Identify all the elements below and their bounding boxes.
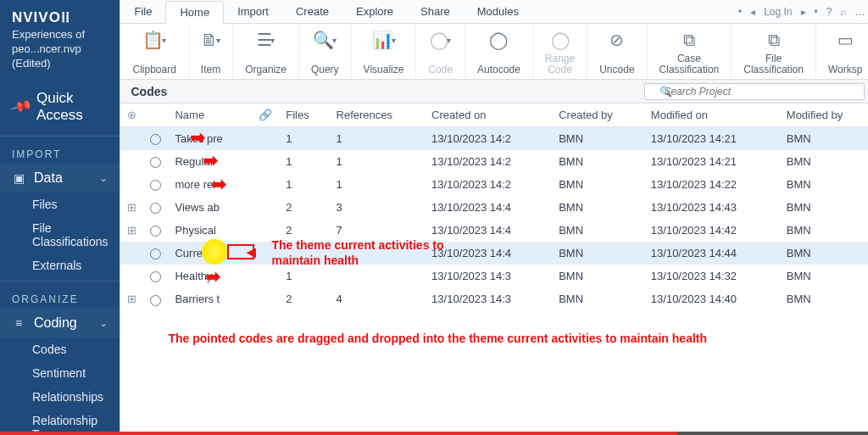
menu-tab-home[interactable]: Home bbox=[165, 1, 224, 24]
section-organize: ORGANIZE bbox=[0, 285, 120, 309]
red-arrow-icon: ➡ bbox=[212, 174, 226, 194]
ribbon-label: Item bbox=[201, 64, 220, 75]
sidebar-item-files[interactable]: Files bbox=[0, 192, 120, 216]
col-header[interactable]: Name bbox=[168, 103, 252, 127]
sidebar-data-label: Data bbox=[34, 170, 63, 186]
cell: 13/10/2023 14:3 bbox=[425, 265, 552, 287]
cell bbox=[143, 265, 168, 287]
cell: 1 bbox=[330, 127, 426, 151]
sidebar-node-coding[interactable]: ≡Coding ⌄ bbox=[0, 309, 120, 337]
sidebar-item-externals[interactable]: Externals bbox=[0, 254, 120, 277]
search-input[interactable] bbox=[644, 83, 865, 100]
ribbon-visualize[interactable]: 📊▾Visualize bbox=[352, 24, 417, 79]
table-row[interactable]: Regular1113/10/2023 14:2BMN13/10/2023 14… bbox=[120, 150, 868, 173]
cell bbox=[143, 242, 168, 265]
ribbon-worksp[interactable]: ▭Worksp bbox=[816, 24, 868, 79]
ribbon-label: Case Classification bbox=[659, 53, 720, 75]
cell bbox=[120, 150, 143, 173]
menubar-dot-icon: • bbox=[738, 6, 742, 18]
table-row[interactable]: Healthy113/10/2023 14:3BMN13/10/2023 14:… bbox=[120, 265, 868, 287]
ribbon: 📋▾Clipboard🗎▾Item☰▾Organize🔍▾Query📊▾Visu… bbox=[120, 24, 868, 80]
ribbon-icon: ◯ bbox=[489, 29, 508, 51]
collapse-icon[interactable]: ⌕ bbox=[840, 6, 846, 18]
video-progress[interactable] bbox=[0, 432, 868, 435]
menu-tab-import[interactable]: Import bbox=[224, 1, 282, 23]
ribbon-item[interactable]: 🗎▾Item bbox=[189, 24, 233, 79]
ribbon-case[interactable]: ⧉Case Classification bbox=[648, 24, 732, 79]
table-row[interactable]: ⊞Barriers t2413/10/2023 14:3BMN13/10/202… bbox=[120, 287, 868, 310]
col-header[interactable]: Created on bbox=[425, 103, 552, 127]
cell: 13/10/2023 14:4 bbox=[425, 196, 552, 219]
cell: 1 bbox=[330, 150, 426, 173]
cell: 4 bbox=[330, 287, 426, 310]
col-header[interactable]: Modified by bbox=[780, 103, 868, 127]
annotation-box: ◀ bbox=[227, 244, 254, 259]
cell: 1 bbox=[279, 173, 329, 196]
project-line1: Experiences of peo...ncer.nvp bbox=[12, 28, 85, 55]
cell: 2 bbox=[279, 287, 329, 310]
ribbon-label: Code bbox=[428, 64, 453, 75]
ribbon-organize[interactable]: ☰▾Organize bbox=[233, 24, 299, 79]
menu-tab-file[interactable]: File bbox=[120, 1, 165, 23]
col-header[interactable] bbox=[143, 103, 168, 127]
table-row[interactable]: more rel1113/10/2023 14:2BMN13/10/2023 1… bbox=[120, 173, 868, 196]
table-row[interactable]: ⊞Physical2713/10/2023 14:4BMN13/10/2023 … bbox=[120, 219, 868, 242]
sidebar-item-file-classifications[interactable]: File Classifications bbox=[0, 216, 120, 254]
cell bbox=[252, 196, 279, 219]
cell bbox=[330, 265, 426, 287]
annotation-text-2: The pointed codes are dragged and droppe… bbox=[168, 331, 761, 346]
codes-grid[interactable]: ⊕Name🔗FilesReferencesCreated onCreated b… bbox=[120, 103, 868, 435]
login-link[interactable]: Log In bbox=[764, 6, 792, 18]
sidebar-item-relationships[interactable]: Relationships bbox=[0, 385, 120, 409]
cell bbox=[120, 173, 143, 196]
col-header[interactable]: Modified on bbox=[644, 103, 780, 127]
ribbon-label: Query bbox=[311, 64, 339, 75]
cell: BMN bbox=[780, 196, 868, 219]
cell bbox=[143, 219, 168, 242]
project-name: Experiences of peo...ncer.nvp (Edited) bbox=[0, 28, 120, 81]
sidebar-node-data[interactable]: ▣Data ⌄ bbox=[0, 164, 120, 192]
annotation-line2: maintain health bbox=[271, 254, 359, 267]
col-header[interactable]: ⊕ bbox=[120, 103, 143, 127]
red-arrow-icon: ➡ bbox=[191, 127, 205, 148]
table-row[interactable]: ⊞Views ab2313/10/2023 14:4BMN13/10/2023 … bbox=[120, 196, 868, 219]
sidebar-coding-label: Coding bbox=[34, 315, 77, 331]
col-header[interactable]: References bbox=[330, 103, 426, 127]
quick-access[interactable]: 📌 Quick Access bbox=[0, 81, 120, 132]
ribbon-file[interactable]: ⧉File Classification bbox=[732, 24, 816, 79]
cell bbox=[252, 127, 279, 151]
cell: ⊞ bbox=[120, 196, 143, 219]
cell: BMN bbox=[552, 150, 644, 173]
menu-tab-share[interactable]: Share bbox=[407, 1, 464, 23]
menubar-next-icon[interactable]: ▸ bbox=[801, 6, 806, 18]
ribbon-query[interactable]: 🔍▾Query bbox=[299, 24, 352, 79]
help-icon[interactable]: ? bbox=[826, 6, 832, 18]
more-icon[interactable]: … bbox=[854, 6, 865, 18]
progress-fill bbox=[0, 432, 677, 435]
col-header[interactable]: Files bbox=[279, 103, 329, 127]
ribbon-autocode[interactable]: ◯Autocode bbox=[465, 24, 533, 79]
cell bbox=[120, 127, 143, 151]
cell: 1 bbox=[279, 265, 329, 287]
menu-tab-explore[interactable]: Explore bbox=[342, 1, 407, 23]
cell: BMN bbox=[552, 127, 644, 151]
ribbon-icon: ▭ bbox=[837, 29, 854, 51]
col-header[interactable]: 🔗 bbox=[252, 103, 279, 127]
col-header[interactable]: Created by bbox=[552, 103, 644, 127]
cell: 13/10/2023 14:3 bbox=[425, 287, 552, 310]
sidebar-item-codes[interactable]: Codes bbox=[0, 337, 120, 361]
cell bbox=[143, 127, 168, 151]
menu-tab-create[interactable]: Create bbox=[282, 1, 342, 23]
ribbon-clipboard[interactable]: 📋▾Clipboard bbox=[120, 24, 188, 79]
ribbon-label: Autocode bbox=[477, 64, 520, 75]
ribbon-code: ◯▾Code bbox=[416, 24, 465, 79]
ribbon-uncode[interactable]: ⊘Uncode bbox=[587, 24, 647, 79]
sidebar-item-sentiment[interactable]: Sentiment bbox=[0, 361, 120, 385]
menu-tab-modules[interactable]: Modules bbox=[464, 1, 532, 23]
menubar-right: • ◂ Log In ▸ • ? ⌕ … bbox=[738, 6, 868, 18]
ribbon-label: Visualize bbox=[364, 64, 404, 75]
cell: 2 bbox=[279, 196, 329, 219]
table-row[interactable]: Takes pre1113/10/2023 14:2BMN13/10/2023 … bbox=[120, 127, 868, 151]
cell: 13/10/2023 14:43 bbox=[644, 196, 780, 219]
menubar-prev-icon[interactable]: ◂ bbox=[750, 6, 755, 18]
